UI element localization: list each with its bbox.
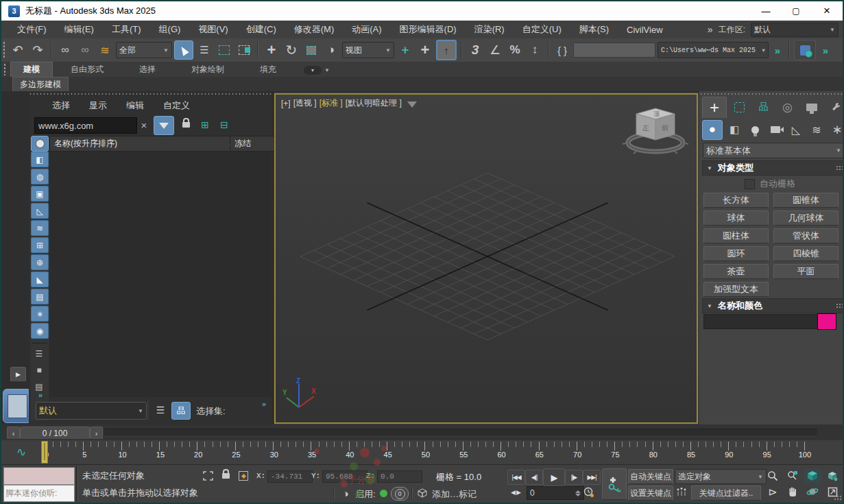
display-hidden-toggle[interactable]: ◉: [31, 323, 49, 339]
hierarchy-mode-button[interactable]: 品: [171, 402, 191, 420]
go-to-start-button[interactable]: |◀◀: [507, 470, 525, 485]
window-crossing-toggle[interactable]: [235, 41, 253, 59]
view-cube[interactable]: 顶 左 前: [617, 99, 694, 170]
ribbon-drag-handle[interactable]: [3, 63, 6, 75]
spinner-snap-toggle[interactable]: ↕: [526, 41, 544, 59]
ribbon-tab-modeling[interactable]: 建模: [10, 62, 53, 77]
display-geometry-toggle[interactable]: ◧: [31, 152, 49, 167]
unlink-selection-button[interactable]: ∞: [76, 41, 94, 59]
named-selection-sets-field[interactable]: [573, 43, 655, 58]
coord-x-field[interactable]: -34.731: [267, 470, 313, 483]
menu-item[interactable]: 图形编辑器(D): [391, 21, 466, 38]
redo-button[interactable]: ↷: [29, 41, 47, 59]
command-panel-drag-handle[interactable]: [699, 93, 843, 95]
display-containers-toggle[interactable]: ▤: [31, 289, 49, 304]
selection-lock-toggle[interactable]: [218, 470, 233, 482]
select-and-move-button[interactable]: +: [263, 41, 280, 59]
trackbar-numbers[interactable]: 0510152025303540455055606570758085909510…: [37, 451, 815, 459]
time-slider-playhead[interactable]: [41, 441, 48, 464]
viewport-menu-standard[interactable]: [标准 ]: [319, 97, 343, 109]
menu-item[interactable]: 渲染(R): [466, 21, 514, 38]
edit-named-selection-sets-button[interactable]: { }: [553, 41, 571, 59]
select-link-button[interactable]: ∞: [56, 41, 74, 59]
category-lights-button[interactable]: [746, 121, 764, 139]
play-button[interactable]: ▶: [543, 468, 565, 486]
category-systems-button[interactable]: ∗: [828, 121, 844, 139]
select-and-scale-button[interactable]: [302, 41, 320, 59]
time-slider-track[interactable]: [104, 429, 817, 437]
reference-coordinate-dropdown[interactable]: 视图 ▼: [342, 42, 394, 58]
menu-item[interactable]: 组(G): [150, 21, 190, 38]
time-slider-thumb[interactable]: 0 / 100: [20, 427, 90, 440]
explorer-footer-overflow-icon[interactable]: »: [38, 391, 43, 399]
previous-key-button[interactable]: ◀||: [525, 470, 543, 485]
set-key-toggle[interactable]: 设置关键点: [628, 485, 673, 501]
viewport-filter-icon[interactable]: [407, 101, 417, 108]
tab-hierarchy[interactable]: 品: [752, 97, 775, 117]
layer-manager-button[interactable]: ☰: [152, 402, 169, 418]
ribbon-tab-object-paint[interactable]: 对象绘制: [173, 62, 242, 77]
lock-cell-edit-button[interactable]: ☰: [32, 348, 47, 360]
primitive-button[interactable]: 长方体: [703, 193, 769, 208]
display-helpers-toggle[interactable]: ◺: [31, 203, 49, 219]
isolate-selection-toggle[interactable]: [200, 470, 215, 482]
toolbar-drag-handle[interactable]: [3, 41, 5, 59]
percent-snap-toggle[interactable]: %: [506, 41, 524, 59]
display-all-toggle[interactable]: [31, 136, 49, 152]
object-color-swatch[interactable]: [817, 313, 836, 330]
minimize-button[interactable]: —: [751, 1, 781, 21]
menu-item[interactable]: 工具(T): [103, 21, 150, 38]
cube-marker-icon[interactable]: [415, 486, 429, 500]
display-cameras-toggle[interactable]: ▣: [31, 186, 49, 202]
zoom-extents-all-button[interactable]: [823, 469, 841, 483]
primitive-button[interactable]: 加强型文本: [703, 282, 769, 297]
search-clear-icon[interactable]: ×: [137, 117, 151, 132]
layer-dropdown[interactable]: 默认 ▼: [36, 402, 147, 420]
primitive-button[interactable]: 球体: [703, 211, 769, 226]
current-frame-field[interactable]: 0: [527, 486, 584, 500]
category-geometry-button[interactable]: ●: [702, 120, 723, 140]
menu-item[interactable]: CivilView: [618, 21, 672, 38]
primitive-button[interactable]: 几何球体: [773, 211, 839, 226]
expand-tree-button[interactable]: ⊞: [197, 117, 213, 132]
tab-display[interactable]: [800, 97, 823, 117]
rollout-object-type[interactable]: ▼ 对象类型: [702, 160, 844, 176]
zoom-all-button[interactable]: [784, 469, 801, 483]
previous-frame-button[interactable]: ‹: [7, 427, 20, 440]
primitive-button[interactable]: 茶壶: [703, 264, 769, 279]
menu-item[interactable]: 修改器(M): [285, 21, 343, 38]
explorer-menu-item[interactable]: 编辑: [117, 98, 154, 113]
menu-item[interactable]: 视图(V): [189, 21, 237, 38]
viewport-menu-shading[interactable]: [默认明暗处理 ]: [346, 97, 402, 109]
keyable-icon-button[interactable]: [675, 485, 688, 499]
display-xrefs-toggle[interactable]: ⊕: [31, 254, 49, 270]
column-header-freeze[interactable]: 冻结: [230, 136, 281, 152]
set-keys-button[interactable]: [602, 468, 627, 500]
selection-filter-dropdown[interactable]: 全部 ▼: [116, 42, 172, 58]
snap-toggle-3d-button[interactable]: 3: [466, 41, 484, 59]
key-filters-button[interactable]: 关键点过滤器..: [691, 485, 761, 501]
toolbar-overflow-icon[interactable]: »: [818, 45, 833, 56]
category-cameras-button[interactable]: [767, 121, 784, 139]
viewport-menu-general[interactable]: [+]: [281, 99, 291, 108]
perspective-viewport[interactable]: [+] [透视 ] [标准 ] [默认明暗处理 ] 顶 左 前 X: [274, 93, 698, 424]
save-file-button[interactable]: [794, 40, 816, 60]
menu-item[interactable]: 创建(C): [237, 21, 285, 38]
explorer-search-input[interactable]: www.x6g.com: [34, 117, 137, 134]
time-tag-icon[interactable]: ◑: [339, 486, 352, 500]
keyboard-override-toggle[interactable]: ↑: [436, 40, 457, 60]
tab-create[interactable]: +: [702, 97, 727, 118]
display-groups-toggle[interactable]: ⊞: [31, 237, 49, 253]
key-mode-toggle[interactable]: ◀▶: [509, 486, 524, 499]
display-spacewarps-toggle[interactable]: ≋: [31, 220, 49, 236]
explorer-menu-item[interactable]: 自定义: [154, 98, 200, 113]
mini-curve-editor-button[interactable]: ∿: [12, 444, 30, 460]
category-spacewarps-button[interactable]: ≋: [808, 121, 825, 139]
viewport-menu-pov[interactable]: [透视 ]: [293, 97, 317, 109]
collapse-tree-button[interactable]: ⊟: [217, 117, 232, 132]
use-pivot-center-button[interactable]: +: [396, 41, 414, 59]
explorer-drag-handle[interactable]: [29, 93, 273, 95]
angle-snap-toggle[interactable]: ∠: [486, 41, 504, 59]
explorer-footer-overflow-icon[interactable]: »: [262, 400, 266, 408]
ribbon-subtab-polymodeling[interactable]: 多边形建模: [12, 77, 69, 92]
